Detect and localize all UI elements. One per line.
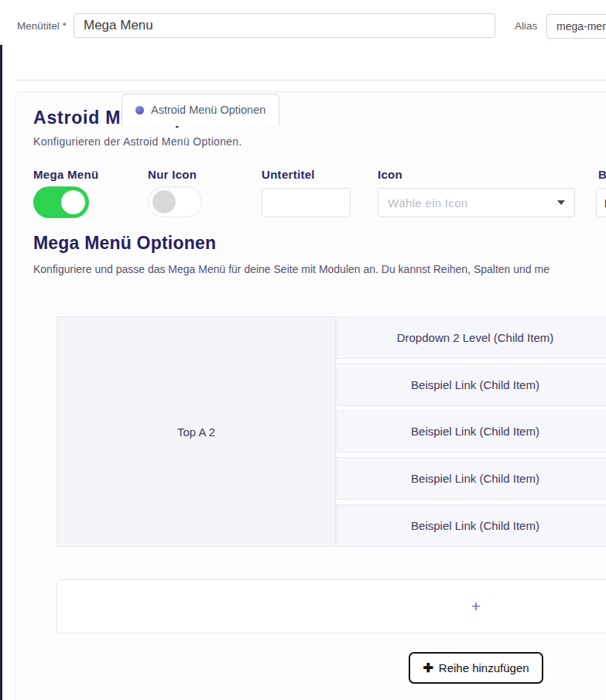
child-item-cell[interactable]: Beispiel Link (Child Item) [336,411,606,453]
section-subtitle-mega-menu: Konfiguriere und passe das Mega Menü für… [33,263,550,275]
section-subtitle-astroid: Konfigurieren der Astroid Menü Optionen. [33,135,242,148]
parent-menu-cell[interactable]: Top A 2 [56,316,336,547]
badge-field-partial[interactable]: K [596,188,606,217]
mega-menu-label: Mega Menü [33,168,98,181]
menu-title-input[interactable] [74,13,495,38]
icon-select-placeholder: Wähle ein Icon [388,196,467,210]
child-items-column: Dropdown 2 Level (Child Item) Beispiel L… [336,316,606,547]
tab-astroid-menu-options[interactable]: Astroid Menü Optionen [122,94,279,126]
tab-bar-underline [15,80,606,80]
add-row-button-label: Reihe hinzufügen [439,661,529,674]
options-field-row: Mega Menü Nur Icon Untertitel Icon Wähle… [33,168,606,222]
plus-icon: ✚ [423,661,433,675]
child-item-cell[interactable]: Beispiel Link (Child Item) [336,364,606,406]
mega-menu-toggle[interactable] [33,186,89,218]
child-item-cell[interactable]: Beispiel Link (Child Item) [336,457,606,500]
mega-menu-builder: Top A 2 Dropdown 2 Level (Child Item) Be… [56,316,606,684]
plus-icon: + [471,597,481,616]
astroid-dot-icon [135,106,144,114]
section-title-mega-menu: Mega Menü Optionen [33,233,216,254]
add-row-button[interactable]: ✚ Reihe hinzufügen [409,652,543,684]
tab-astroid-label: Astroid Menü Optionen [151,104,265,116]
icon-label: Icon [378,168,402,181]
chevron-down-icon [557,200,565,205]
alias-label: Alias [515,20,537,32]
add-column-dropzone[interactable]: + [56,579,606,633]
nur-icon-toggle[interactable] [148,186,202,217]
untertitel-input[interactable] [262,188,351,217]
window-left-edge [0,0,2,700]
tab-bar: Details Linktyp Astroid Menü Optionen Ba… [0,45,606,80]
menu-title-label: Menütitel * [17,20,67,32]
child-item-cell[interactable]: Beispiel Link (Child Item) [336,504,606,547]
astroid-options-panel: Astroid Menü Optionen Konfigurieren der … [15,91,606,700]
badge-label-partial: B [598,168,606,181]
toggle-knob [152,190,176,213]
icon-select[interactable]: Wähle ein Icon [378,188,575,217]
toggle-knob [61,190,85,214]
child-item-cell[interactable]: Dropdown 2 Level (Child Item) [336,316,606,359]
alias-input[interactable] [546,14,606,39]
untertitel-label: Untertitel [262,168,315,181]
mega-menu-row: Top A 2 Dropdown 2 Level (Child Item) Be… [56,316,606,547]
title-alias-bar: Menütitel * Alias [0,0,606,45]
nur-icon-label: Nur Icon [148,168,197,181]
